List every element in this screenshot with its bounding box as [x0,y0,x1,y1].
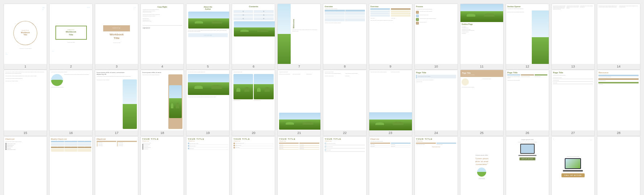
card-22[interactable]: Lorem ipsum dolor sit amet Lorem ipsum d… [323,70,366,136]
row-1: SUBTITLE WorkbookTitle AUTHOR NAME HERE … [4,4,640,70]
card-4[interactable]: Copy Right Lorem ipsum dolor sit amet co… [140,4,184,70]
card-29[interactable]: Check List Lorem ipsum dolor sit amet co… [4,136,47,195]
card-39[interactable]: Lesson ipsum dolor "Lorem ipsumdolor sit… [460,136,504,195]
card-13[interactable]: Lorem ipsum dolor sit amet consectetur a… [551,4,595,70]
card15-number: 15 [4,130,47,136]
card22-number: 22 [323,130,366,136]
card20-number: 20 [232,130,275,136]
card-36[interactable]: YOUR TITLE Check List Lorem ipsum dolor … [323,136,366,195]
card10-number: 10 [415,64,458,69]
card-1[interactable]: SUBTITLE WorkbookTitle AUTHOR NAME HERE … [4,4,47,70]
card-40[interactable]: Lesson ipsum dolor Lorem ipsum dolor sit… [506,136,549,195]
card28-number: 28 [597,130,640,136]
card-42[interactable]: Lorem ipsum dolor sit ametconsectetur ad… [597,136,640,195]
page-container: SUBTITLE WorkbookTitle AUTHOR NAME HERE … [4,4,640,195]
card24-number: 24 [415,130,458,136]
card4-number: 4 [141,64,184,69]
card21-number: 21 [278,130,320,136]
card1-title: WorkbookTitle [16,31,35,36]
card7-number: 7 [278,64,320,69]
card-14[interactable]: Lorem ipsum dolor sit amet consectetur a… [597,4,640,70]
card-23[interactable]: Lorem ipsum dolor sit amet consectetur a… [369,70,412,136]
card14-number: 14 [597,64,640,69]
card-18[interactable]: Lorem ipsum dolor sit amet Lorem ipsum d… [140,70,184,136]
card-27[interactable]: Page Title Lorem ipsum dolor sit amet co… [551,70,595,136]
card-11[interactable]: Outline Page Lorem ipsum Lorem ipsum dol… [460,4,504,70]
card1-number: 1 [4,64,47,69]
card-30[interactable]: Weekly Check List MON TUE WED THU FRI [49,136,93,195]
card-31[interactable]: Check List Lorem ipsum Lorem ipsum Lorem… [95,136,138,195]
card19-number: 19 [186,130,229,136]
card12-number: 12 [506,64,549,69]
card26-number: 26 [506,130,549,136]
card-24[interactable]: Page Title Lorem ipsum dolor sit amet co… [414,70,458,136]
card-26[interactable]: Page Title Lorem ipsum dolor sit amet co… [506,70,549,136]
card-35[interactable]: YOUR TITLE Check List Lorem ipsum Lorem … [277,136,321,195]
card23-number: 23 [369,130,412,136]
card-2[interactable]: SUBTITLE WorkbookTitle AUTHOR NAME HERE … [49,4,93,70]
card13-number: 13 [552,64,594,69]
card9-number: 9 [369,64,412,69]
card-9[interactable]: Overview Lorem ipsum [369,4,412,70]
card-5[interactable]: About theAuthor Lorem ipsum dolor sit am… [186,4,230,70]
card25-number: 25 [460,130,503,136]
card-12[interactable]: Section Opener Lorem ipsum dolor sit ame… [506,4,549,70]
card-20[interactable]: Lorem ipsum dolor sit amet Lorem ipsum d… [232,70,275,136]
card-6[interactable]: Contents 01 02 03 04 05 06 6 [232,4,275,70]
card8-number: 8 [323,64,366,69]
card-33[interactable]: YOUR TITLE Check List Lorem ipsum dolor … [186,136,230,195]
card-15[interactable]: Lorem ipsum dolor sit amet consectetur a… [4,70,47,136]
card2-number: 2 [50,64,92,69]
card5-number: 5 [186,64,229,69]
card-10[interactable]: Process Lorem ipsum dolor sit amet conse… [414,4,458,70]
card-7[interactable]: Welcome Lorem ipsum dolor sit amet conse… [277,4,321,70]
card-32[interactable]: YOUR TITLE Check List Lorem ipsum dolor … [140,136,184,195]
card18-number: 18 [141,130,184,136]
card-17[interactable]: Lorem ipsum dolor sit amet, consectetura… [95,70,138,136]
card-37[interactable]: Cheat List Lorem ipsum dolor sit amet co… [369,136,412,195]
card-19[interactable]: Lorem ipsum dolor sit amet consectetur a… [186,70,230,136]
card11-number: 11 [460,64,503,69]
row-2: Lorem ipsum dolor sit amet consectetur a… [4,70,640,136]
card17-number: 17 [95,130,138,136]
row-3: Check List Lorem ipsum dolor sit amet co… [4,136,640,195]
card6-number: 6 [232,64,275,69]
card-25[interactable]: Page Title Lorem ipsum dolor sit amet co… [460,70,504,136]
card-28[interactable]: Resource Lorem ipsum dolor sit amet cons… [597,70,640,136]
card-41[interactable]: Lorem ipsum dolor sit amet consectetur C… [551,136,595,195]
card3-number: 3 [95,64,138,69]
card-21[interactable]: Lorem ipsum dolor sit amet Lorem ipsum d… [277,70,321,136]
card27-number: 27 [552,130,594,136]
card-34[interactable]: YOUR TITLE Check List Lorem ipsum dolor … [232,136,275,195]
card-16[interactable]: Lorem ipsum dolor sit amet consectetur a… [49,70,93,136]
card-38[interactable]: YOUR TITLE Cheat List Lorem ipsum dolor … [414,136,458,195]
card-8[interactable]: Overview Lorem ipsum dolor sit amet cons… [323,4,366,70]
card16-number: 16 [50,130,92,136]
card1-author: AUTHOR NAME HERE [19,48,31,49]
card-3[interactable]: SUBTITLE WorkbookTitle AUTHOR NAME HERE … [95,4,138,70]
